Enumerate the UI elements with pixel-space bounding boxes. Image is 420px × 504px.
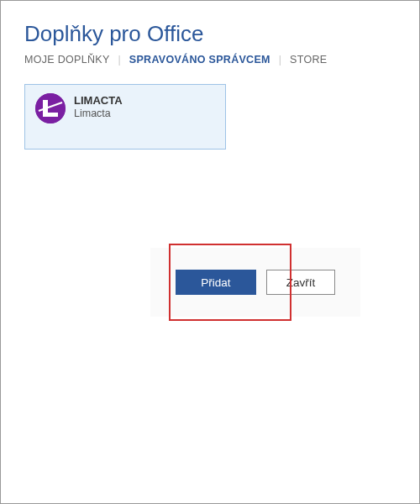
tabs-bar: MOJE DOPLŇKY | SPRAVOVÁNO SPRÁVCEM | STO… — [24, 54, 396, 66]
addins-list: LIMACTA Limacta — [24, 84, 396, 150]
dialog-title: Doplňky pro Office — [24, 21, 396, 47]
svg-point-0 — [35, 93, 66, 123]
add-button[interactable]: Přidat — [176, 270, 256, 295]
tab-my-addins[interactable]: MOJE DOPLŇKY — [24, 54, 110, 66]
tab-store[interactable]: STORE — [290, 54, 327, 66]
addin-card-limacta[interactable]: LIMACTA Limacta — [24, 84, 226, 150]
close-button[interactable]: Zavřít — [266, 270, 335, 295]
dialog-footer: Přidat Zavřít — [150, 248, 360, 317]
tab-separator: | — [118, 54, 121, 66]
office-addins-dialog: Doplňky pro Office MOJE DOPLŇKY | SPRAVO… — [0, 0, 420, 504]
addin-text: LIMACTA Limacta — [74, 93, 123, 119]
addin-publisher: Limacta — [74, 108, 123, 119]
addin-name: LIMACTA — [74, 94, 123, 107]
tab-admin-managed[interactable]: SPRAVOVÁNO SPRÁVCEM — [129, 54, 270, 66]
tab-separator: | — [279, 54, 281, 66]
limacta-logo-icon — [35, 93, 66, 123]
